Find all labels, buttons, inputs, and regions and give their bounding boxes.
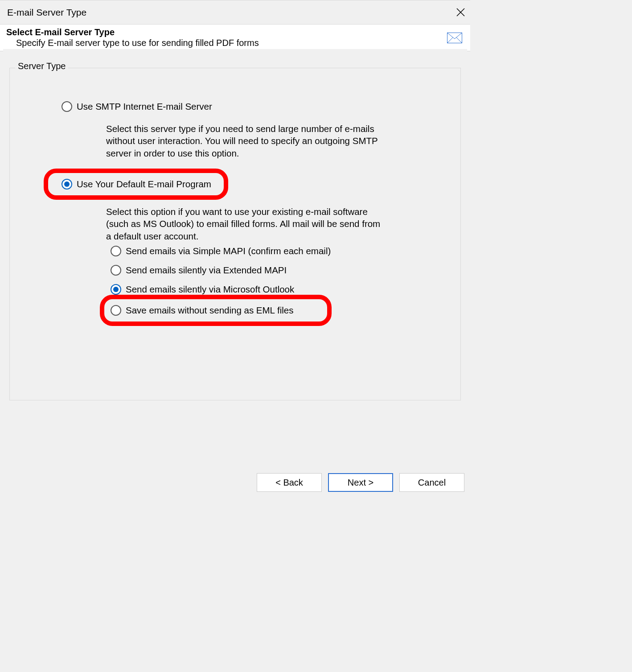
radio-icon bbox=[111, 305, 121, 316]
cancel-button[interactable]: Cancel bbox=[399, 473, 464, 492]
sub-option-save-eml[interactable]: Save emails without sending as EML files bbox=[111, 305, 293, 316]
sub-option-outlook[interactable]: Send emails silently via Microsoft Outlo… bbox=[111, 284, 331, 295]
option-smtp-desc: Select this server type if you need to s… bbox=[106, 123, 387, 159]
close-icon[interactable] bbox=[455, 6, 467, 18]
next-button[interactable]: Next > bbox=[328, 473, 393, 492]
option-default-program[interactable]: Use Your Default E-mail Program bbox=[62, 179, 211, 190]
option-default-program-label: Use Your Default E-mail Program bbox=[77, 179, 211, 190]
svg-line-4 bbox=[456, 37, 462, 43]
sub-option-extended-mapi[interactable]: Send emails silently via Extended MAPI bbox=[111, 265, 331, 276]
radio-icon bbox=[111, 246, 121, 256]
sub-option-outlook-label: Send emails silently via Microsoft Outlo… bbox=[126, 284, 294, 295]
radio-icon bbox=[111, 265, 121, 276]
titlebar: E-mail Server Type bbox=[0, 0, 470, 24]
sub-option-simple-mapi-label: Send emails via Simple MAPI (confirm eac… bbox=[126, 246, 331, 256]
wizard-header: Select E-mail Server Type Specify E-mail… bbox=[0, 24, 470, 51]
option-smtp-label: Use SMTP Internet E-mail Server bbox=[77, 101, 212, 112]
sub-option-extended-mapi-label: Send emails silently via Extended MAPI bbox=[126, 265, 287, 276]
server-type-group: Server Type Use SMTP Internet E-mail Ser… bbox=[9, 68, 461, 400]
wizard-footer: < Back Next > Cancel bbox=[3, 473, 467, 494]
header-subtitle: Specify E-mail server type to use for se… bbox=[6, 38, 447, 48]
option-default-program-desc: Select this option if you want to use yo… bbox=[106, 206, 387, 242]
radio-icon bbox=[111, 284, 121, 295]
sub-option-save-eml-label: Save emails without sending as EML files bbox=[126, 305, 293, 316]
wizard-body: Server Type Use SMTP Internet E-mail Ser… bbox=[3, 49, 467, 468]
mail-icon bbox=[447, 33, 464, 43]
radio-icon bbox=[62, 101, 72, 112]
svg-line-3 bbox=[447, 37, 453, 43]
radio-icon bbox=[62, 179, 72, 190]
header-title: Select E-mail Server Type bbox=[6, 27, 447, 37]
highlight-default-program: Use Your Default E-mail Program bbox=[44, 169, 228, 200]
window-title: E-mail Server Type bbox=[7, 7, 86, 18]
groupbox-legend: Server Type bbox=[15, 61, 68, 71]
sub-option-simple-mapi[interactable]: Send emails via Simple MAPI (confirm eac… bbox=[111, 246, 331, 256]
sub-options: Send emails via Simple MAPI (confirm eac… bbox=[111, 246, 331, 295]
option-smtp[interactable]: Use SMTP Internet E-mail Server bbox=[62, 101, 212, 112]
highlight-save-eml: Save emails without sending as EML files bbox=[100, 295, 332, 326]
back-button[interactable]: < Back bbox=[257, 473, 322, 492]
